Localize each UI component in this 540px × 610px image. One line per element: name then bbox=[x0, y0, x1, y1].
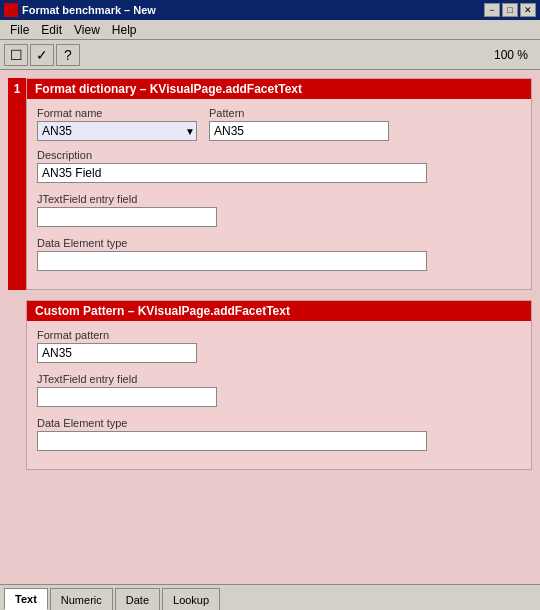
section1-jtextfield-input[interactable] bbox=[37, 207, 217, 227]
section2-form: Custom Pattern – KVisualPage.addFacetTex… bbox=[26, 300, 532, 470]
section2-jtextfield-group: JTextField entry field bbox=[37, 373, 521, 407]
pattern-label: Pattern bbox=[209, 107, 389, 119]
section1-jtextfield-label: JTextField entry field bbox=[37, 193, 521, 205]
section2-dataelement-input[interactable] bbox=[37, 431, 427, 451]
section1-dataelement-label: Data Element type bbox=[37, 237, 521, 249]
format-name-select[interactable]: AN35 AN10 AN20 NUM5 bbox=[37, 121, 197, 141]
format-name-group: Format name AN35 AN10 AN20 NUM5 ▼ bbox=[37, 107, 197, 141]
section2-jtextfield-label: JTextField entry field bbox=[37, 373, 521, 385]
format-name-label: Format name bbox=[37, 107, 197, 119]
tab-date[interactable]: Date bbox=[115, 588, 160, 610]
app-icon bbox=[4, 3, 18, 17]
section1-dataelement-input[interactable] bbox=[37, 251, 427, 271]
zoom-level: 100 % bbox=[494, 48, 536, 62]
tab-lookup[interactable]: Lookup bbox=[162, 588, 220, 610]
format-pattern-label: Format pattern bbox=[37, 329, 521, 341]
toolbar: ☐ ✓ ? 100 % bbox=[0, 40, 540, 70]
section2-jtextfield-input[interactable] bbox=[37, 387, 217, 407]
section1-badge: 1 bbox=[8, 78, 26, 290]
section1-jtextfield-group: JTextField entry field bbox=[37, 193, 521, 227]
menu-file[interactable]: File bbox=[4, 22, 35, 38]
section1-body: Format name AN35 AN10 AN20 NUM5 ▼ bbox=[27, 99, 531, 289]
tab-bar: Text Numeric Date Lookup bbox=[0, 584, 540, 610]
maximize-button[interactable]: □ bbox=[502, 3, 518, 17]
minimize-button[interactable]: − bbox=[484, 3, 500, 17]
toolbar-btn-check[interactable]: ✓ bbox=[30, 44, 54, 66]
description-label: Description bbox=[37, 149, 521, 161]
section1-title: Format dictionary – KVisualPage.addFacet… bbox=[27, 79, 531, 99]
format-pattern-input[interactable] bbox=[37, 343, 197, 363]
pattern-input[interactable] bbox=[209, 121, 389, 141]
format-pattern-row: Format name AN35 AN10 AN20 NUM5 ▼ bbox=[37, 107, 521, 141]
toolbar-btn-1[interactable]: ☐ bbox=[4, 44, 28, 66]
toolbar-btn-help[interactable]: ? bbox=[56, 44, 80, 66]
close-button[interactable]: ✕ bbox=[520, 3, 536, 17]
description-group: Description bbox=[37, 149, 521, 183]
section1-container: 1 Format dictionary – KVisualPage.addFac… bbox=[8, 78, 532, 290]
pattern-group: Pattern bbox=[209, 107, 389, 141]
window-title: Format benchmark – New bbox=[22, 4, 156, 16]
title-bar: Format benchmark – New − □ ✕ bbox=[0, 0, 540, 20]
window-controls: − □ ✕ bbox=[484, 3, 536, 17]
menu-help[interactable]: Help bbox=[106, 22, 143, 38]
menu-bar: File Edit View Help bbox=[0, 20, 540, 40]
section2-container: 2 Custom Pattern – KVisualPage.addFacetT… bbox=[8, 300, 532, 470]
menu-view[interactable]: View bbox=[68, 22, 106, 38]
section2-body: Format pattern JTextField entry field Da… bbox=[27, 321, 531, 469]
section2-dataelement-group: Data Element type bbox=[37, 417, 521, 451]
section1-dataelement-group: Data Element type bbox=[37, 237, 521, 271]
section2-dataelement-label: Data Element type bbox=[37, 417, 521, 429]
tab-numeric[interactable]: Numeric bbox=[50, 588, 113, 610]
section1-form: Format dictionary – KVisualPage.addFacet… bbox=[26, 78, 532, 290]
menu-edit[interactable]: Edit bbox=[35, 22, 68, 38]
description-input[interactable] bbox=[37, 163, 427, 183]
tab-text[interactable]: Text bbox=[4, 588, 48, 610]
main-content: 1 Format dictionary – KVisualPage.addFac… bbox=[0, 70, 540, 584]
section2-title: Custom Pattern – KVisualPage.addFacetTex… bbox=[27, 301, 531, 321]
format-pattern-group: Format pattern bbox=[37, 329, 521, 363]
format-name-select-wrapper: AN35 AN10 AN20 NUM5 ▼ bbox=[37, 121, 197, 141]
